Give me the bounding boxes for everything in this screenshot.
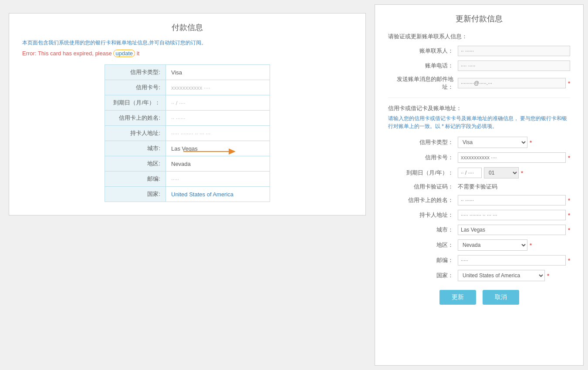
- table-label-cell: 城市:: [105, 141, 166, 156]
- table-label-cell: 信用卡类型:: [105, 65, 166, 80]
- card-number-label: 信用卡号：: [388, 154, 458, 161]
- table-label-cell: 到期日（月/年）：: [105, 95, 166, 111]
- table-value-cell: Nevada: [166, 156, 270, 172]
- region-required-star: *: [530, 242, 532, 249]
- table-value-cell: xxxxxxxxxxx ····: [166, 80, 270, 95]
- address-input[interactable]: [458, 210, 566, 220]
- billing-phone-input[interactable]: [458, 61, 570, 71]
- city-required-star: *: [568, 227, 570, 233]
- expiry-month-select[interactable]: 010203040506070809101112: [484, 167, 519, 178]
- name-input[interactable]: [458, 195, 566, 205]
- country-label: 国家：: [388, 272, 458, 279]
- update-link[interactable]: update: [113, 50, 135, 57]
- error-suffix: it: [137, 50, 140, 57]
- error-message: Error: This card has expired, please upd…: [22, 50, 352, 57]
- city-label: 城市：: [388, 226, 458, 234]
- section-divider: [388, 98, 570, 98]
- contact-section-label: 请验证或更新账单联系人信息：: [388, 33, 570, 40]
- country-select[interactable]: United States of AmericaCanadaUnited Kin…: [458, 270, 545, 281]
- table-value-cell: ····· ········ ·· ··· ···: [166, 126, 270, 141]
- button-row: 更新 取消: [388, 290, 570, 305]
- expiry-required-star: *: [521, 170, 523, 176]
- expiry-input[interactable]: [458, 168, 482, 178]
- right-panel-title: 更新付款信息: [388, 13, 570, 24]
- expiry-label: 到期日（月/年）：: [388, 169, 458, 177]
- card-number-input[interactable]: [458, 152, 566, 163]
- card-type-required-star: *: [530, 139, 532, 146]
- email-required-star: *: [568, 80, 570, 87]
- cvv-label: 信用卡验证码：: [388, 183, 458, 191]
- address-required-star: *: [568, 212, 570, 219]
- country-required-star: *: [547, 272, 549, 279]
- card-section-desc: 请输入您的信用卡或借记卡卡号及账单地址的准确信息， 要与您的银行卡和银行对账单上…: [388, 114, 570, 130]
- card-type-label: 信用卡类型：: [388, 138, 458, 146]
- billing-contact-label: 账单联系人：: [388, 47, 458, 55]
- billing-email-input[interactable]: [458, 78, 566, 88]
- table-value-cell: ·····: [166, 172, 270, 187]
- table-value-cell: Las Vegas: [166, 141, 270, 156]
- info-description: 本页面包含我们系统使用的您的银行卡和账单地址信息,并可自动续订您的订阅。: [22, 39, 352, 47]
- table-value-cell: ·· ······: [166, 111, 270, 126]
- table-label-cell: 国家:: [105, 187, 166, 202]
- payment-info-table: 信用卡类型:Visa信用卡号:xxxxxxxxxxx ····到期日（月/年）：…: [105, 64, 270, 202]
- zip-input[interactable]: [458, 255, 566, 266]
- cancel-button[interactable]: 取消: [483, 290, 519, 305]
- table-label-cell: 地区:: [105, 156, 166, 172]
- billing-email-label: 发送账单消息的邮件地址：: [388, 75, 458, 91]
- name-required-star: *: [568, 197, 570, 204]
- zip-required-star: *: [568, 257, 570, 264]
- region-select[interactable]: NevadaCaliforniaTexasNew York: [458, 239, 527, 251]
- table-label-cell: 持卡人地址:: [105, 126, 166, 141]
- name-label: 信用卡上的姓名：: [388, 196, 458, 204]
- card-number-required-star: *: [568, 155, 570, 161]
- right-panel: 更新付款信息 请验证或更新账单联系人信息： 账单联系人： 账单电话： 发送账单消…: [375, 4, 584, 366]
- card-section-label: 信用卡或借记卡及账单地址：: [388, 104, 570, 112]
- table-label-cell: 信用卡上的姓名:: [105, 111, 166, 126]
- address-label: 持卡人地址：: [388, 211, 458, 219]
- billing-contact-input[interactable]: [458, 46, 570, 56]
- zip-label: 邮编：: [388, 256, 458, 264]
- table-label-cell: 信用卡号:: [105, 80, 166, 95]
- payment-info-title: 付款信息: [22, 22, 352, 33]
- billing-phone-label: 账单电话：: [388, 62, 458, 70]
- error-prefix: Error: This card has expired, please: [22, 50, 113, 57]
- update-button[interactable]: 更新: [439, 290, 476, 305]
- table-label-cell: 邮编:: [105, 172, 166, 187]
- table-value-cell: Visa: [166, 65, 270, 80]
- card-type-select[interactable]: VisaMasterCardAmerican ExpressDiscover: [458, 137, 527, 148]
- cvv-text: 不需要卡验证码: [458, 183, 497, 191]
- table-value-cell: ·· / ····: [166, 95, 270, 111]
- region-label: 地区：: [388, 241, 458, 249]
- city-input[interactable]: [458, 225, 566, 235]
- table-value-cell: United States of America: [166, 187, 270, 202]
